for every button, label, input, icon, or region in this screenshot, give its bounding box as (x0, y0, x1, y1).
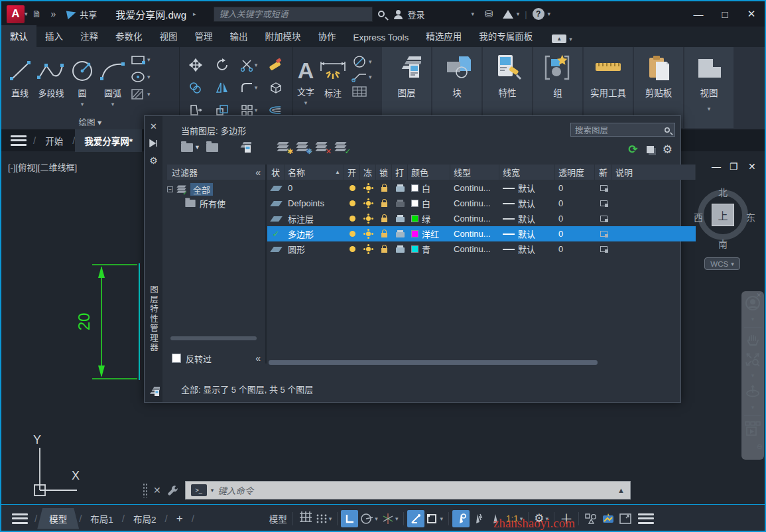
collapse-filter-icon[interactable]: « (255, 353, 261, 364)
on-icon[interactable] (350, 231, 355, 237)
navbar-close-icon[interactable]: ✕ (756, 292, 761, 299)
file-tab-document[interactable]: 我爱分享网* (75, 129, 142, 152)
maximize-button[interactable]: □ (712, 9, 738, 20)
ribbon-tab-parametric[interactable]: 参数化 (107, 25, 151, 47)
autodesk-caret[interactable]: ▾ (517, 11, 520, 17)
fillet-button[interactable]: ▾ (240, 81, 258, 94)
new-layer-vp-frozen-button[interactable]: ❋ (297, 142, 310, 153)
color-swatch[interactable] (411, 184, 418, 192)
wcs-button[interactable]: WCS▾ (704, 257, 740, 270)
layout-tab-model[interactable]: 模型 (37, 508, 79, 529)
viewcube-east[interactable]: 东 (746, 210, 755, 224)
copy-icon[interactable] (188, 81, 203, 94)
new-vp-freeze-icon[interactable] (600, 185, 607, 191)
circle-tool-button[interactable]: 圆▾ (69, 52, 96, 107)
lock-icon[interactable] (381, 202, 387, 207)
layout-tab-layout1[interactable]: 布局1 (82, 508, 122, 529)
isodraft-toggle[interactable]: ▾ (380, 510, 401, 527)
layout-tab-layout2[interactable]: 布局2 (125, 508, 165, 529)
palette-autohide-icon[interactable] (149, 139, 158, 147)
filters-header[interactable]: 过滤器« (167, 165, 265, 180)
view-panel-button[interactable]: 视图 ▾ (684, 47, 734, 128)
palette-square-icon[interactable] (647, 146, 654, 153)
freeze-icon[interactable] (366, 186, 371, 190)
lock-icon[interactable] (381, 248, 387, 253)
file-tabs-menu-icon[interactable] (11, 135, 27, 146)
app-logo[interactable]: A (7, 5, 25, 23)
palette-settings-icon[interactable]: ⚙ (149, 155, 158, 166)
command-history-toggle[interactable]: ▲ (617, 486, 625, 494)
layer-row-3-selected[interactable]: ✓ 多边形 洋红 Continu... 默认 0 (267, 226, 696, 241)
on-icon[interactable] (350, 216, 355, 222)
ribbon-tab-express-tools[interactable]: Express Tools (345, 29, 418, 47)
annotation-visibility-toggle[interactable] (452, 510, 470, 527)
layer-row-4[interactable]: 圆形 青 Continu... 默认 0 (267, 241, 696, 257)
autoscale-toggle[interactable] (470, 510, 487, 527)
color-swatch[interactable] (411, 200, 418, 207)
filter-item-all[interactable]: − ✓ 全部 (167, 182, 265, 196)
grid-toggle[interactable] (296, 510, 314, 527)
new-group-filter-button[interactable] (206, 143, 218, 152)
pan-hand-icon[interactable] (745, 332, 760, 347)
layer-row-0[interactable]: 0 白 Continu... 默认 0 (267, 180, 696, 196)
column-lineweight[interactable]: 线宽 (499, 165, 555, 180)
invert-filter-checkbox[interactable] (172, 354, 181, 363)
app-menu-caret[interactable]: ▾ (25, 11, 28, 17)
account-icon[interactable] (394, 10, 403, 19)
file-tab-start[interactable]: 开始 (36, 129, 72, 152)
viewcube-top-face[interactable]: 上 (712, 204, 734, 226)
mirror-icon[interactable] (215, 81, 229, 94)
column-freeze[interactable]: 冻 (360, 165, 376, 180)
tree-collapse-icon[interactable]: − (167, 186, 173, 192)
freeze-icon[interactable] (366, 216, 371, 221)
plot-icon[interactable] (396, 202, 405, 207)
viewport-close-icon[interactable]: ✕ (748, 161, 756, 172)
freeze-icon[interactable] (366, 201, 371, 206)
signin-label[interactable]: 登录 (408, 8, 425, 21)
help-search-input[interactable]: 键入关键字或短语 (214, 7, 373, 22)
move-icon[interactable] (188, 58, 203, 72)
new-vp-freeze-icon[interactable] (600, 231, 607, 237)
color-swatch[interactable] (411, 245, 418, 253)
column-color[interactable]: 颜色 (408, 165, 450, 180)
navigation-bar[interactable]: ✕ ▾ ▾ ▾ ⊖ (741, 291, 764, 460)
line-tool-button[interactable]: 直线 (7, 52, 33, 107)
object-snap-tracking-toggle[interactable] (407, 510, 424, 527)
new-vp-freeze-icon[interactable] (600, 200, 607, 206)
color-swatch[interactable] (411, 215, 418, 222)
share-button[interactable]: 共享 (67, 8, 97, 21)
new-layout-button[interactable]: + (168, 508, 192, 529)
ribbon-tab-addins[interactable]: 附加模块 (257, 25, 310, 47)
ribbon-tab-output[interactable]: 输出 (222, 25, 257, 47)
column-transparency[interactable]: 透明度 (555, 165, 595, 180)
column-name[interactable]: 名称▲ (285, 165, 344, 180)
on-icon[interactable] (350, 185, 355, 191)
refresh-icon[interactable]: ⟳ (629, 143, 638, 157)
polar-tracking-toggle[interactable]: ▾ (358, 510, 380, 527)
plot-icon[interactable] (396, 247, 405, 253)
viewport-label[interactable]: [-][俯视][二维线框] (8, 161, 77, 173)
plot-icon[interactable] (396, 217, 405, 222)
polyline-tool-button[interactable]: 多段线 (36, 52, 66, 107)
layer-search-input[interactable]: 搜索图层 (570, 123, 675, 137)
quick-access-expand-icon[interactable]: » (51, 9, 56, 19)
ribbon-tab-default[interactable]: 默认 (1, 25, 36, 47)
isolate-objects-button[interactable] (582, 510, 600, 527)
minimize-button[interactable]: — (685, 9, 712, 20)
layer-states-button[interactable] (237, 141, 251, 153)
command-input[interactable]: >_ ▾ 键入命令 ▲ (185, 481, 631, 499)
command-bar-grip[interactable] (143, 483, 148, 498)
layer-list-scrollbar[interactable] (269, 360, 696, 365)
column-lock[interactable]: 锁 (376, 165, 392, 180)
showmotion-icon[interactable] (744, 421, 761, 438)
palette-close-icon[interactable]: ✕ (150, 121, 157, 131)
ribbon-collapse-button[interactable]: ▲▾ (552, 34, 572, 43)
plot-icon[interactable] (396, 232, 405, 237)
trim-button[interactable]: ▾ (240, 58, 258, 72)
layout-menu-icon[interactable] (12, 513, 28, 524)
ribbon-tab-manage[interactable]: 管理 (186, 25, 222, 47)
navbar-options-icon[interactable]: ⊖ (757, 442, 763, 451)
scale-icon[interactable] (215, 103, 229, 117)
search-icon[interactable] (378, 11, 385, 17)
arc-tool-button[interactable]: 圆弧▾ (98, 52, 127, 107)
